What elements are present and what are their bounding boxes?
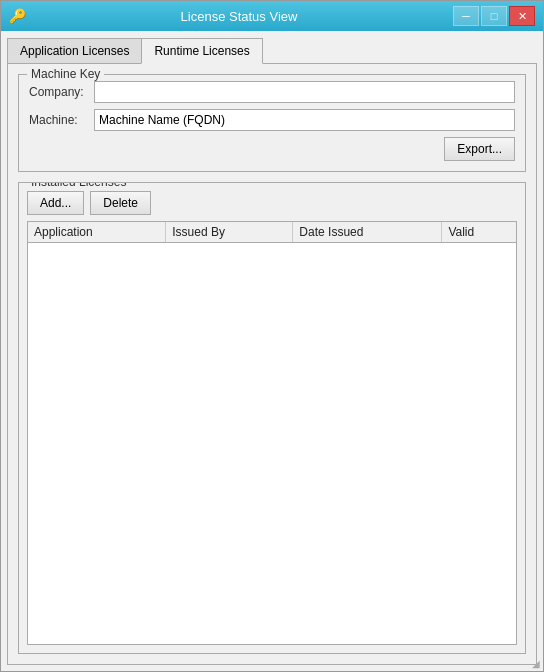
installed-inner: Add... Delete Application Issued By Date…: [19, 183, 525, 653]
title-bar-controls: ─ □ ✕: [453, 6, 535, 26]
tab-bar: Application Licenses Runtime Licenses: [7, 37, 537, 63]
table-header-row: Application Issued By Date Issued Valid: [28, 222, 516, 243]
maximize-button[interactable]: □: [481, 6, 507, 26]
tab-application-licenses[interactable]: Application Licenses: [7, 38, 142, 64]
delete-button[interactable]: Delete: [90, 191, 151, 215]
window-content: Application Licenses Runtime Licenses Ma…: [1, 31, 543, 671]
machine-row: Machine:: [29, 109, 515, 131]
export-row: Export...: [29, 137, 515, 161]
window-icon: 🔑: [9, 8, 25, 24]
machine-key-group: Machine Key Company: Machine: Export...: [18, 74, 526, 172]
col-application: Application: [28, 222, 166, 243]
window: 🔑 License Status View ─ □ ✕ Application …: [0, 0, 544, 672]
tab-content-runtime: Machine Key Company: Machine: Export... …: [7, 63, 537, 665]
licenses-table-container: Application Issued By Date Issued Valid: [27, 221, 517, 645]
button-row: Add... Delete: [27, 191, 517, 215]
company-input[interactable]: [94, 81, 515, 103]
licenses-table: Application Issued By Date Issued Valid: [28, 222, 516, 243]
export-button[interactable]: Export...: [444, 137, 515, 161]
installed-licenses-label: Installed Licenses: [27, 182, 130, 189]
machine-label: Machine:: [29, 113, 94, 127]
minimize-button[interactable]: ─: [453, 6, 479, 26]
title-bar: 🔑 License Status View ─ □ ✕: [1, 1, 543, 31]
company-row: Company:: [29, 81, 515, 103]
company-label: Company:: [29, 85, 94, 99]
machine-input[interactable]: [94, 109, 515, 131]
installed-licenses-group: Installed Licenses Add... Delete Applica…: [18, 182, 526, 654]
col-date-issued: Date Issued: [293, 222, 442, 243]
col-valid: Valid: [442, 222, 516, 243]
col-issued-by: Issued By: [166, 222, 293, 243]
machine-key-label: Machine Key: [27, 67, 104, 81]
add-button[interactable]: Add...: [27, 191, 84, 215]
tab-runtime-licenses[interactable]: Runtime Licenses: [141, 38, 262, 64]
resize-handle[interactable]: ◢: [532, 658, 537, 665]
window-title: License Status View: [25, 9, 453, 24]
close-button[interactable]: ✕: [509, 6, 535, 26]
